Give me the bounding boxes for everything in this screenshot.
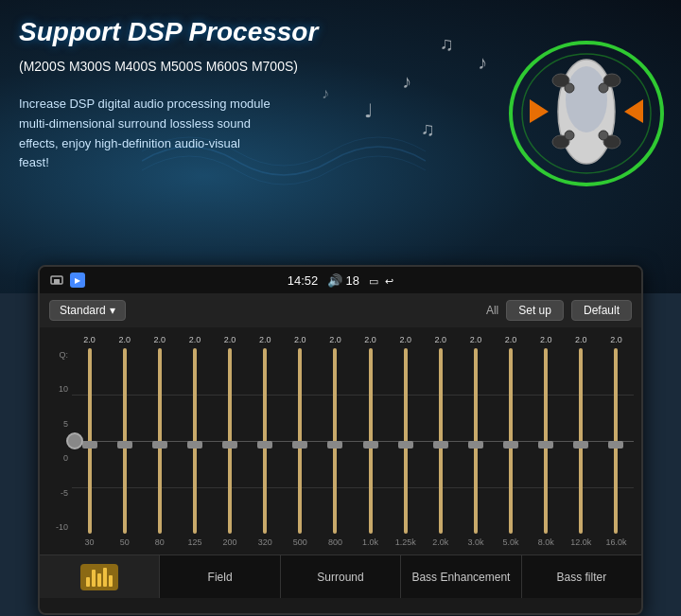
home-icon <box>49 274 64 286</box>
slider-col-9 <box>388 348 423 534</box>
slider-col-2 <box>142 348 177 534</box>
svg-point-9 <box>599 83 608 93</box>
sliders-row <box>72 348 634 534</box>
slider-col-12 <box>494 348 529 534</box>
slider-handle-4[interactable] <box>222 441 237 449</box>
music-note-6: ♪ <box>322 85 329 102</box>
svg-point-10 <box>565 131 574 140</box>
all-label: All <box>486 304 498 317</box>
slider-handle-2[interactable] <box>152 441 167 449</box>
svg-rect-13 <box>54 279 60 284</box>
slider-col-4 <box>213 348 248 534</box>
slider-track-4[interactable] <box>228 348 232 534</box>
left-knob[interactable] <box>66 432 83 449</box>
slider-col-14 <box>564 348 599 534</box>
page-subtitle: (M200S M300S M400S M500S M600S M700S) <box>19 59 298 74</box>
toolbar: Standard ▾ All Set up Default <box>40 293 641 327</box>
slider-track-13[interactable] <box>544 348 548 534</box>
slider-track-3[interactable] <box>193 348 197 534</box>
tab-eq[interactable] <box>40 555 160 598</box>
slider-col-7 <box>318 348 353 534</box>
slider-handle-10[interactable] <box>433 441 448 449</box>
tab-bass-enhancement[interactable]: Bass Enhancement <box>401 555 521 598</box>
slider-track-9[interactable] <box>404 348 408 534</box>
status-time: 14:52 🔊 18 ▭ ↩ <box>288 273 394 288</box>
slider-handle-13[interactable] <box>538 441 553 449</box>
slider-handle-0[interactable] <box>82 441 97 449</box>
slider-col-8 <box>353 348 388 534</box>
fc-values: 30 50 80 125 200 320 500 800 1.0k 1.25k … <box>72 537 634 547</box>
slider-handle-7[interactable] <box>327 441 342 449</box>
slider-track-8[interactable] <box>369 348 373 534</box>
q-row: 2.0 2.0 2.0 2.0 2.0 2.0 2.0 2.0 2.0 2.0 … <box>72 331 634 348</box>
slider-handle-14[interactable] <box>573 441 588 449</box>
eq-sliders: 2.0 2.0 2.0 2.0 2.0 2.0 2.0 2.0 2.0 2.0 … <box>72 331 634 551</box>
background-section: ♪ ♫ ♩ ♪ ♫ ♪ Support DSP Processor (M200S… <box>0 0 681 293</box>
slider-handle-12[interactable] <box>503 441 518 449</box>
music-note-2: ♫ <box>440 33 454 55</box>
slider-track-1[interactable] <box>123 348 127 534</box>
music-note-1: ♪ <box>402 71 411 93</box>
slider-handle-1[interactable] <box>117 441 132 449</box>
svg-point-8 <box>565 83 574 93</box>
slider-track-15[interactable] <box>614 348 618 534</box>
dsp-screen: ▶ 14:52 🔊 18 ▭ ↩ Standard ▾ All Set up D… <box>38 265 643 615</box>
q-values: 2.0 2.0 2.0 2.0 2.0 2.0 2.0 2.0 2.0 2.0 … <box>72 335 634 344</box>
slider-track-5[interactable] <box>263 348 267 534</box>
slider-handle-5[interactable] <box>257 441 272 449</box>
volume-icon: 🔊 <box>327 273 342 288</box>
slider-track-7[interactable] <box>333 348 337 534</box>
slider-col-6 <box>283 348 318 534</box>
status-bar-left: ▶ <box>49 273 85 288</box>
fc-row: 30 50 80 125 200 320 500 800 1.0k 1.25k … <box>72 534 634 551</box>
page-description: Increase DSP digital audio processing mo… <box>19 95 271 173</box>
slider-handle-6[interactable] <box>292 441 307 449</box>
preset-dropdown[interactable]: Standard ▾ <box>49 300 126 321</box>
page-title: Support DSP Processor <box>19 17 318 47</box>
svg-point-3 <box>566 66 607 132</box>
slider-handle-9[interactable] <box>398 441 413 449</box>
slider-col-3 <box>177 348 212 534</box>
slider-track-12[interactable] <box>509 348 513 534</box>
slider-col-15 <box>599 348 634 534</box>
slider-track-0[interactable] <box>88 348 92 534</box>
slider-handle-3[interactable] <box>187 441 202 449</box>
slider-track-14[interactable] <box>579 348 583 534</box>
default-button[interactable]: Default <box>571 300 632 321</box>
svg-point-11 <box>599 131 608 140</box>
tab-surround[interactable]: Surround <box>281 555 401 598</box>
setup-button[interactable]: Set up <box>506 300 564 321</box>
back-icon: ↩ <box>385 275 393 287</box>
tab-field[interactable]: Field <box>160 555 280 598</box>
slider-col-10 <box>423 348 458 534</box>
status-bar: ▶ 14:52 🔊 18 ▭ ↩ <box>40 267 641 293</box>
battery-icon: ▭ <box>369 275 378 287</box>
slider-track-6[interactable] <box>298 348 302 534</box>
tab-bass-filter[interactable]: Bass filter <box>522 555 641 598</box>
slider-col-13 <box>529 348 564 534</box>
slider-handle-11[interactable] <box>468 441 483 449</box>
car-image <box>463 9 672 199</box>
nav-icon: ▶ <box>70 273 85 288</box>
eq-icon <box>80 564 118 590</box>
bottom-tabs: Field Surround Bass Enhancement Bass fil… <box>40 554 641 598</box>
slider-col-11 <box>458 348 493 534</box>
eq-area: Q: 10 5 0 -5 -10 2.0 2.0 2.0 2.0 2.0 2.0… <box>40 327 641 554</box>
slider-col-5 <box>248 348 283 534</box>
slider-track-10[interactable] <box>439 348 443 534</box>
slider-track-2[interactable] <box>158 348 162 534</box>
slider-col-1 <box>107 348 142 534</box>
slider-handle-15[interactable] <box>608 441 623 449</box>
slider-track-11[interactable] <box>474 348 478 534</box>
slider-handle-8[interactable] <box>363 441 378 449</box>
